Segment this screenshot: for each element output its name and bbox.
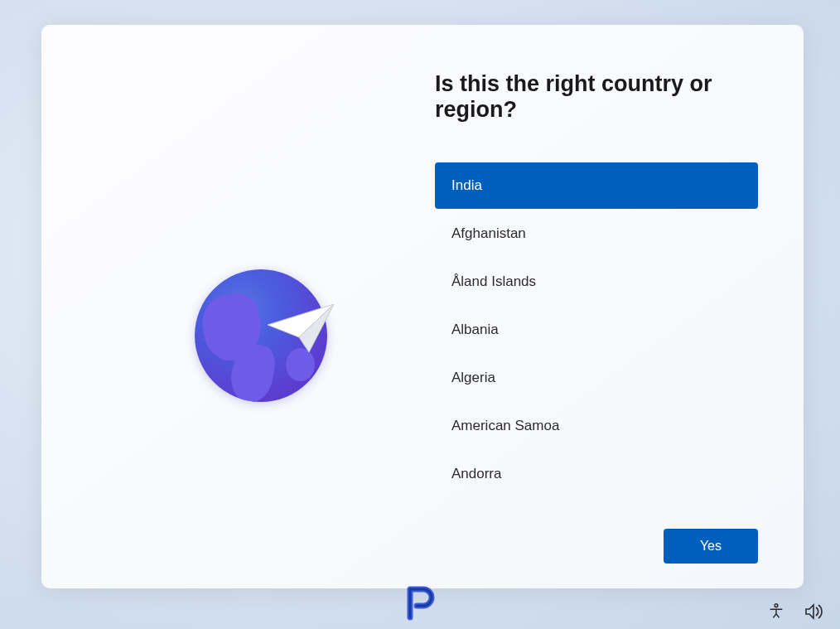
- country-label: American Samoa: [451, 418, 559, 433]
- svg-point-3: [775, 604, 778, 607]
- country-item-albania[interactable]: Albania: [435, 307, 758, 353]
- country-list[interactable]: India Afghanistan Åland Islands Albania …: [435, 162, 758, 519]
- country-label: Andorra: [451, 466, 501, 481]
- illustration-column: [87, 75, 435, 564]
- country-item-american-samoa[interactable]: American Samoa: [435, 403, 758, 449]
- country-item-india[interactable]: India: [435, 162, 758, 209]
- taskbar-tray: [767, 602, 823, 621]
- content-column: Is this the right country or region? Ind…: [435, 75, 758, 564]
- country-label: Albania: [451, 322, 499, 337]
- yes-button[interactable]: Yes: [664, 529, 758, 564]
- watermark-p-icon: [402, 584, 438, 624]
- country-label: Åland Islands: [451, 273, 536, 289]
- country-label: India: [451, 177, 482, 193]
- country-item-andorra[interactable]: Andorra: [435, 451, 758, 497]
- footer: Yes: [435, 519, 758, 564]
- paper-plane-icon: [268, 304, 342, 362]
- page-title: Is this the right country or region?: [435, 71, 758, 123]
- country-label: Algeria: [451, 370, 495, 385]
- oobe-card: Is this the right country or region? Ind…: [41, 25, 804, 588]
- country-item-afghanistan[interactable]: Afghanistan: [435, 210, 758, 257]
- country-item-aland-islands[interactable]: Åland Islands: [435, 259, 758, 305]
- globe-plane-icon: [195, 269, 327, 402]
- volume-icon[interactable]: [804, 602, 823, 621]
- accessibility-icon[interactable]: [767, 602, 785, 621]
- country-item-algeria[interactable]: Algeria: [435, 355, 758, 401]
- country-label: Afghanistan: [451, 225, 526, 241]
